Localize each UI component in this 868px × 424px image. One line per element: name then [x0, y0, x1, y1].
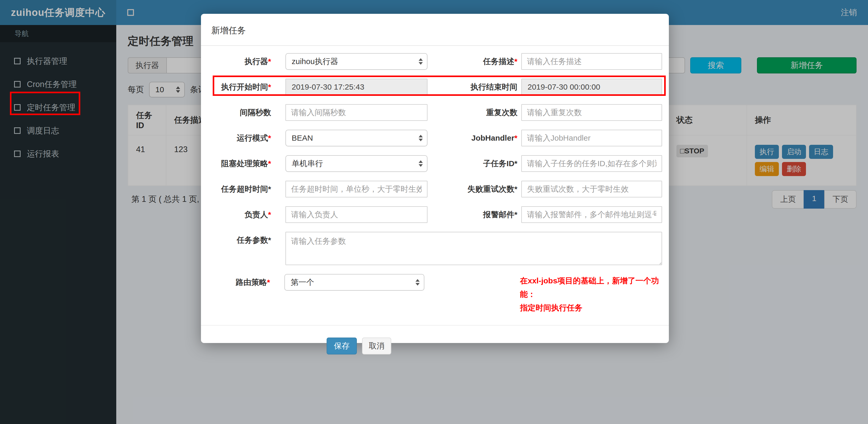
form-row-interval-repeat: 间隔秒数 重复次数: [201, 104, 669, 121]
required-mark: *: [267, 278, 270, 287]
save-button[interactable]: 保存: [327, 337, 357, 355]
required-mark: *: [268, 83, 271, 91]
required-mark: *: [268, 159, 271, 168]
form-row-route-strategy: 路由策略* 第一个 在xxl-jobs项目的基础上，新增了一个功能： 指定时间执…: [201, 274, 669, 315]
form-row-author-email: 负责人* 报警邮件*: [201, 206, 669, 223]
modal-form: 执行器* zuihou执行器 任务描述* 执行开始时间* 2019-07-30 …: [201, 46, 669, 355]
required-mark: *: [514, 57, 518, 66]
select-arrows-icon: [418, 160, 423, 167]
fail-retry-input[interactable]: [521, 181, 662, 197]
child-job-id-label: 子任务ID*: [428, 155, 518, 172]
job-handler-label: JobHandler*: [428, 130, 518, 146]
interval-label: 间隔秒数: [201, 104, 271, 121]
glue-type-label: 运行模式*: [201, 130, 271, 146]
modal-footer: 保存 取消: [201, 326, 669, 355]
block-strategy-label: 阻塞处理策略*: [201, 155, 271, 172]
feature-note: 在xxl-jobs项目的基础上，新增了一个功能： 指定时间执行任务: [520, 274, 669, 315]
timeout-label: 任务超时时间*: [201, 181, 271, 197]
glue-type-select-value: BEAN: [292, 134, 313, 142]
timeout-input[interactable]: [285, 181, 428, 197]
end-time-input[interactable]: 2019-07-30 00:00:00: [521, 79, 662, 95]
feature-note-line2: 指定时间执行任务: [520, 301, 669, 315]
modal-header: 新增任务: [201, 14, 669, 46]
select-arrows-icon: [418, 58, 423, 65]
block-strategy-select-value: 单机串行: [292, 158, 323, 169]
block-strategy-select[interactable]: 单机串行: [285, 155, 428, 172]
glue-type-select[interactable]: BEAN: [285, 130, 428, 146]
job-handler-input[interactable]: [521, 130, 662, 146]
form-row-job-param: 任务参数*: [201, 232, 669, 265]
required-mark: *: [268, 134, 271, 142]
form-row-block-childid: 阻塞处理策略* 单机串行 子任务ID*: [201, 155, 669, 172]
cancel-button[interactable]: 取消: [362, 337, 391, 355]
executor-select[interactable]: zuihou执行器: [285, 53, 428, 70]
job-desc-label: 任务描述*: [428, 53, 518, 70]
interval-input[interactable]: [285, 104, 428, 121]
route-strategy-select-value: 第一个: [291, 277, 314, 288]
repeat-input[interactable]: [521, 104, 662, 121]
modal-title: 新增任务: [211, 26, 246, 35]
executor-select-value: zuihou执行器: [292, 56, 338, 67]
add-task-modal: 新增任务 执行器* zuihou执行器 任务描述* 执行开始时间* 2019-0…: [201, 14, 669, 343]
repeat-label: 重复次数: [428, 104, 518, 121]
form-row-executor-desc: 执行器* zuihou执行器 任务描述*: [201, 53, 669, 70]
author-label: 负责人*: [201, 206, 271, 223]
alarm-email-label: 报警邮件*: [428, 206, 518, 223]
route-strategy-label: 路由策略*: [201, 274, 270, 315]
end-time-label: 执行结束时间: [428, 79, 518, 95]
form-row-gluetype-handler: 运行模式* BEAN JobHandler*: [201, 130, 669, 146]
feature-note-line1: 在xxl-jobs项目的基础上，新增了一个功能：: [520, 274, 669, 301]
fail-retry-label: 失败重试次数*: [428, 181, 518, 197]
start-time-input[interactable]: 2019-07-30 17:25:43: [285, 79, 428, 95]
route-strategy-select[interactable]: 第一个: [284, 274, 424, 291]
executor-label: 执行器*: [201, 53, 271, 70]
required-mark: *: [514, 134, 518, 142]
start-time-label: 执行开始时间*: [201, 79, 271, 95]
required-mark: *: [268, 57, 271, 66]
author-input[interactable]: [285, 206, 428, 223]
select-arrows-icon: [418, 135, 423, 141]
child-job-id-input[interactable]: [521, 155, 662, 172]
form-row-start-end-time: 执行开始时间* 2019-07-30 17:25:43 执行结束时间 2019-…: [201, 79, 669, 95]
form-row-timeout-retry: 任务超时时间* 失败重试次数*: [201, 181, 669, 197]
select-arrows-icon: [415, 279, 420, 286]
job-desc-input[interactable]: [521, 53, 662, 70]
required-mark: *: [268, 210, 271, 219]
job-param-label: 任务参数*: [201, 232, 271, 265]
job-param-textarea[interactable]: [285, 232, 662, 265]
alarm-email-input[interactable]: [521, 206, 662, 223]
